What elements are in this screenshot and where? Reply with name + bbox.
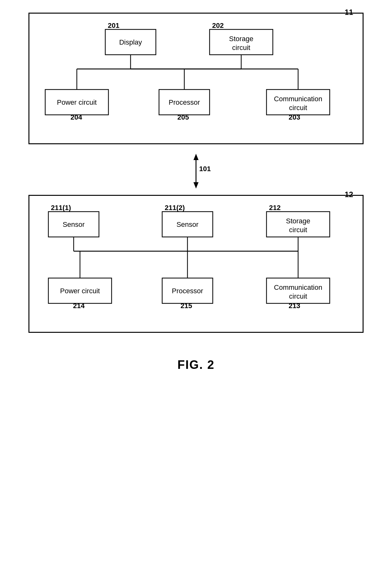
svg-text:212: 212 (269, 204, 281, 212)
svg-text:Communication: Communication (274, 283, 322, 291)
diagram2-connectors: Sensor 211(1) Sensor 211(2) Storage circ… (39, 205, 355, 319)
svg-text:203: 203 (289, 113, 300, 121)
svg-text:circuit: circuit (232, 44, 250, 52)
svg-text:Communication: Communication (274, 95, 322, 103)
svg-text:202: 202 (212, 22, 224, 29)
arrow-section: 101 (187, 154, 205, 189)
arrow-ref-label: 101 (199, 165, 211, 173)
svg-text:205: 205 (177, 113, 189, 121)
svg-text:214: 214 (73, 302, 85, 310)
svg-text:211(1): 211(1) (51, 204, 71, 212)
svg-text:Power circuit: Power circuit (60, 287, 100, 295)
svg-text:215: 215 (181, 302, 192, 310)
diagram2-ref-label: 12 (345, 190, 353, 199)
svg-marker-27 (193, 154, 199, 160)
diagram1-outer-box: 11 (28, 13, 364, 144)
figure-caption: FIG. 2 (177, 358, 215, 372)
svg-text:Sensor: Sensor (63, 220, 85, 228)
svg-marker-29 (193, 182, 199, 189)
svg-text:circuit: circuit (289, 104, 307, 112)
svg-text:Power circuit: Power circuit (57, 98, 97, 106)
svg-text:201: 201 (108, 22, 119, 29)
svg-text:Storage: Storage (286, 217, 310, 225)
svg-text:Processor: Processor (172, 287, 203, 295)
svg-text:204: 204 (70, 113, 82, 121)
page-container: 11 (22, 13, 370, 372)
diagram2-outer-box: 12 (28, 195, 364, 333)
svg-text:circuit: circuit (289, 292, 307, 300)
svg-text:Sensor: Sensor (176, 220, 199, 228)
svg-text:213: 213 (289, 302, 300, 310)
diagram1-connectors: Display 201 Storage circuit 202 Power ci… (39, 23, 355, 131)
svg-text:Display: Display (119, 38, 142, 46)
svg-text:211(2): 211(2) (165, 204, 185, 212)
svg-text:Storage: Storage (229, 35, 253, 43)
svg-text:circuit: circuit (289, 226, 307, 234)
diagram1-ref-label: 11 (345, 8, 353, 17)
svg-text:Processor: Processor (168, 98, 200, 106)
